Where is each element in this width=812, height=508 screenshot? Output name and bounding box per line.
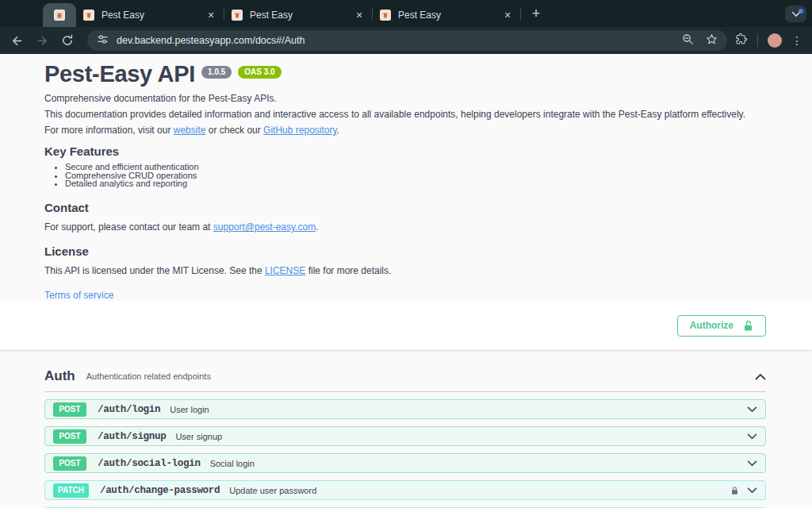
more-info-suffix: .: [337, 125, 339, 136]
endpoint-summary: User login: [170, 405, 209, 414]
swagger-page: Pest-Easy API 1.0.5 OAS 3.0 Comprehensiv…: [0, 54, 812, 508]
auth-tag-description: Authentication related endpoints: [86, 371, 211, 381]
license-prefix: This API is licensed under the MIT Licen…: [44, 265, 265, 276]
tab-separator: [520, 8, 521, 20]
toolbar-separator: [757, 34, 758, 47]
pest-easy-favicon-icon: [231, 9, 243, 21]
api-description-line: Comprehensive documentation for the Pest…: [44, 94, 766, 104]
toolbar-right-cluster: ⋮: [735, 33, 802, 48]
tab-pest-easy-2[interactable]: Pest Easy ✕: [224, 3, 372, 27]
lock-icon[interactable]: [730, 485, 739, 496]
terms-of-service-link[interactable]: Terms of service: [44, 290, 113, 301]
expand-chevron-down-icon[interactable]: [747, 487, 757, 494]
more-info-prefix: For more information, visit our: [44, 125, 174, 136]
more-info-line: For more information, visit our website …: [44, 125, 766, 136]
license-line: This API is licensed under the MIT Licen…: [44, 266, 766, 276]
endpoint-auth-signup[interactable]: POST /auth/signup User signup: [44, 426, 766, 446]
tab-pest-easy-3[interactable]: Pest Easy ✕: [373, 3, 520, 27]
contact-suffix: .: [316, 221, 318, 233]
method-badge: POST: [53, 429, 86, 444]
tab-close-icon[interactable]: ✕: [501, 9, 514, 21]
address-bar[interactable]: dev.backend.pesteasyapp.com/docs#/Auth: [87, 30, 727, 51]
api-description-line: This documentation provides detailed inf…: [44, 110, 766, 120]
authorize-button[interactable]: Authorize: [677, 315, 766, 337]
reload-icon[interactable]: [60, 33, 75, 48]
contact-line: For support, please contact our team at …: [44, 222, 766, 233]
url-text[interactable]: dev.backend.pesteasyapp.com/docs#/Auth: [117, 35, 304, 46]
endpoint-auth-login[interactable]: POST /auth/login User login: [44, 399, 766, 419]
feature-item: Detailed analytics and reporting: [65, 179, 766, 187]
auth-tag-title: Auth: [44, 368, 75, 384]
more-info-middle: or check our: [205, 125, 263, 136]
expand-chevron-down-icon[interactable]: [747, 433, 757, 440]
new-tab-button[interactable]: +: [526, 3, 546, 24]
github-repository-link[interactable]: GitHub repository: [263, 125, 336, 136]
tab-title: Pest Easy: [102, 10, 205, 21]
endpoint-auth-social-login[interactable]: POST /auth/social-login Social login: [44, 453, 766, 473]
endpoint-auth-change-password[interactable]: PATCH /auth/change-password Update user …: [44, 480, 766, 500]
forward-icon[interactable]: [35, 33, 49, 48]
expand-chevron-down-icon[interactable]: [747, 406, 757, 413]
browser-toolbar: dev.backend.pesteasyapp.com/docs#/Auth ⋮: [0, 27, 812, 54]
oas-badge: OAS 3.0: [238, 66, 281, 79]
collapse-chevron-up-icon[interactable]: [755, 373, 766, 380]
support-email-link[interactable]: support@pest-easy.com: [213, 221, 316, 233]
authorize-label: Authorize: [690, 320, 733, 331]
auth-tag-header[interactable]: Auth Authentication related endpoints: [44, 368, 766, 392]
unlock-icon: [743, 320, 753, 332]
license-heading: License: [44, 244, 766, 258]
website-link[interactable]: website: [174, 125, 206, 136]
pest-easy-favicon-icon: [379, 9, 392, 21]
endpoint-path: /auth/social-login: [98, 458, 201, 469]
pest-easy-favicon-icon: [53, 9, 66, 21]
expand-chevron-down-icon[interactable]: [747, 460, 757, 467]
endpoint-summary: Update user password: [229, 486, 316, 495]
key-features-heading: Key Features: [44, 144, 766, 158]
key-features-list: Secure and efficient authentication Comp…: [44, 163, 766, 187]
tab-search-button[interactable]: [785, 6, 806, 22]
bookmark-star-icon[interactable]: [706, 33, 718, 48]
api-info-section: Pest-Easy API 1.0.5 OAS 3.0 Comprehensiv…: [0, 54, 812, 301]
auth-section: Auth Authentication related endpoints PO…: [0, 350, 812, 508]
site-settings-icon[interactable]: [97, 33, 109, 48]
endpoint-summary: User signup: [175, 432, 222, 441]
tab-close-icon[interactable]: ✕: [353, 9, 366, 21]
notification-dot: [799, 9, 803, 13]
tab-close-icon[interactable]: ✕: [205, 9, 217, 21]
tab-pinned-active[interactable]: [43, 3, 76, 27]
tab-title: Pest Easy: [398, 10, 501, 21]
tab-pest-easy-1[interactable]: Pest Easy ✕: [76, 3, 224, 27]
endpoint-path: /auth/signup: [98, 431, 166, 442]
endpoint-summary: Social login: [210, 459, 255, 468]
tab-strip: Pest Easy ✕ Pest Easy ✕ Pest Easy ✕ +: [0, 0, 812, 27]
page-title: Pest-Easy API: [44, 62, 195, 86]
pest-easy-favicon-icon: [82, 9, 95, 21]
browser-menu-icon[interactable]: ⋮: [791, 35, 802, 46]
license-suffix: file for more details.: [305, 265, 391, 276]
license-file-link[interactable]: LICENSE: [265, 265, 305, 276]
zoom-out-icon[interactable]: [682, 33, 694, 48]
method-badge: POST: [53, 456, 86, 471]
version-badge: 1.0.5: [201, 66, 232, 79]
profile-avatar[interactable]: [768, 33, 782, 48]
method-badge: POST: [53, 402, 86, 417]
contact-prefix: For support, please contact our team at: [44, 221, 213, 233]
endpoint-path: /auth/change-password: [100, 485, 220, 496]
tab-title: Pest Easy: [250, 10, 353, 21]
extensions-icon[interactable]: [735, 33, 748, 48]
contact-heading: Contact: [44, 201, 766, 214]
endpoint-path: /auth/login: [98, 404, 160, 415]
back-icon[interactable]: [10, 33, 24, 48]
method-badge: PATCH: [53, 483, 89, 498]
scheme-container: Authorize: [0, 301, 812, 350]
